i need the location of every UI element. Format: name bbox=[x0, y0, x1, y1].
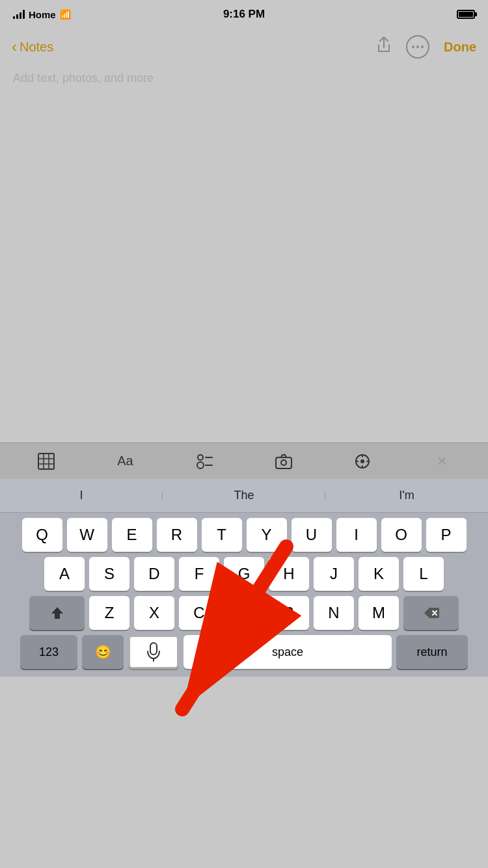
shift-icon bbox=[50, 606, 64, 620]
svg-point-13 bbox=[360, 459, 364, 463]
format-label: Aa bbox=[117, 454, 133, 468]
chevron-left-icon: ‹ bbox=[12, 38, 17, 56]
numbers-label: 123 bbox=[39, 645, 59, 659]
key-row-4: 123 😊 space return bbox=[3, 635, 485, 669]
back-label: Notes bbox=[20, 40, 53, 55]
microphone-key[interactable] bbox=[128, 635, 179, 669]
return-key[interactable]: return bbox=[396, 635, 468, 669]
note-content-area[interactable]: Add text, photos, and more bbox=[0, 65, 488, 92]
key-o[interactable]: O bbox=[381, 518, 422, 552]
checklist-button[interactable] bbox=[187, 448, 221, 474]
back-button[interactable]: ‹ Notes bbox=[12, 38, 53, 56]
battery-icon bbox=[457, 10, 475, 19]
delete-icon bbox=[424, 607, 439, 619]
key-l[interactable]: L bbox=[403, 557, 444, 591]
key-a[interactable]: A bbox=[44, 557, 85, 591]
note-placeholder: Add text, photos, and more bbox=[13, 72, 154, 85]
toolbar-close-button[interactable]: × bbox=[425, 448, 459, 474]
key-w[interactable]: W bbox=[67, 518, 107, 552]
emoji-icon: 😊 bbox=[95, 644, 111, 660]
key-row-2: A S D F G H J K L bbox=[3, 557, 485, 591]
key-x[interactable]: X bbox=[134, 596, 174, 630]
autocomplete-bar: I The I'm bbox=[0, 479, 488, 513]
key-t[interactable]: T bbox=[202, 518, 242, 552]
space-key[interactable]: space bbox=[183, 635, 392, 669]
status-left: Home 📶 bbox=[13, 9, 71, 20]
delete-key[interactable] bbox=[403, 596, 459, 630]
keyboard: I The I'm Q W E R T Y U I O P A S D F bbox=[0, 479, 488, 677]
status-time: 9:16 PM bbox=[223, 8, 265, 21]
status-right bbox=[457, 10, 475, 19]
more-icon[interactable] bbox=[406, 35, 429, 59]
key-m[interactable]: M bbox=[359, 596, 399, 630]
space-label: space bbox=[272, 645, 303, 659]
key-j[interactable]: J bbox=[314, 557, 354, 591]
svg-point-6 bbox=[198, 455, 202, 459]
key-d[interactable]: D bbox=[134, 557, 174, 591]
svg-rect-10 bbox=[276, 457, 291, 468]
more-dot-2 bbox=[416, 46, 419, 48]
draw-button[interactable] bbox=[346, 448, 379, 474]
svg-point-11 bbox=[281, 460, 286, 465]
autocomplete-item-3[interactable]: I'm bbox=[325, 489, 488, 502]
key-row-3: Z X C V B N M bbox=[3, 596, 485, 630]
signal-icon bbox=[13, 10, 25, 19]
key-f[interactable]: F bbox=[179, 557, 219, 591]
numbers-key[interactable]: 123 bbox=[20, 635, 77, 669]
done-button[interactable]: Done bbox=[444, 40, 476, 55]
key-rows: Q W E R T Y U I O P A S D F G H J K L bbox=[0, 513, 488, 677]
autocomplete-item-2[interactable]: The bbox=[163, 489, 325, 502]
key-b[interactable]: B bbox=[269, 596, 309, 630]
emoji-key[interactable]: 😊 bbox=[82, 635, 124, 669]
key-h[interactable]: H bbox=[269, 557, 309, 591]
svg-rect-18 bbox=[150, 643, 157, 655]
close-icon: × bbox=[437, 451, 447, 471]
key-g[interactable]: G bbox=[224, 557, 264, 591]
key-k[interactable]: K bbox=[359, 557, 399, 591]
key-z[interactable]: Z bbox=[89, 596, 129, 630]
key-row-1: Q W E R T Y U I O P bbox=[3, 518, 485, 552]
key-q[interactable]: Q bbox=[22, 518, 62, 552]
table-button[interactable] bbox=[29, 448, 63, 474]
nav-bar: ‹ Notes Done bbox=[0, 29, 488, 65]
carrier-label: Home bbox=[29, 9, 56, 20]
more-dot-3 bbox=[421, 46, 424, 48]
key-n[interactable]: N bbox=[314, 596, 354, 630]
key-p[interactable]: P bbox=[426, 518, 467, 552]
key-i[interactable]: I bbox=[336, 518, 377, 552]
svg-point-8 bbox=[197, 462, 204, 468]
formatting-toolbar: Aa × bbox=[0, 442, 488, 479]
microphone-icon bbox=[146, 642, 161, 662]
wifi-icon: 📶 bbox=[60, 9, 71, 20]
svg-rect-0 bbox=[38, 454, 54, 469]
more-dot-1 bbox=[412, 46, 414, 48]
key-c[interactable]: C bbox=[179, 596, 219, 630]
autocomplete-item-1[interactable]: I bbox=[0, 489, 163, 502]
share-icon[interactable] bbox=[376, 36, 392, 58]
shift-key[interactable] bbox=[29, 596, 85, 630]
key-r[interactable]: R bbox=[157, 518, 197, 552]
camera-button[interactable] bbox=[267, 448, 301, 474]
status-bar: Home 📶 9:16 PM bbox=[0, 0, 488, 29]
key-y[interactable]: Y bbox=[247, 518, 287, 552]
nav-right-actions: Done bbox=[376, 35, 476, 59]
format-button[interactable]: Aa bbox=[108, 448, 142, 474]
key-s[interactable]: S bbox=[89, 557, 129, 591]
return-label: return bbox=[416, 645, 447, 659]
key-u[interactable]: U bbox=[291, 518, 332, 552]
key-e[interactable]: E bbox=[112, 518, 152, 552]
key-v[interactable]: V bbox=[224, 596, 264, 630]
